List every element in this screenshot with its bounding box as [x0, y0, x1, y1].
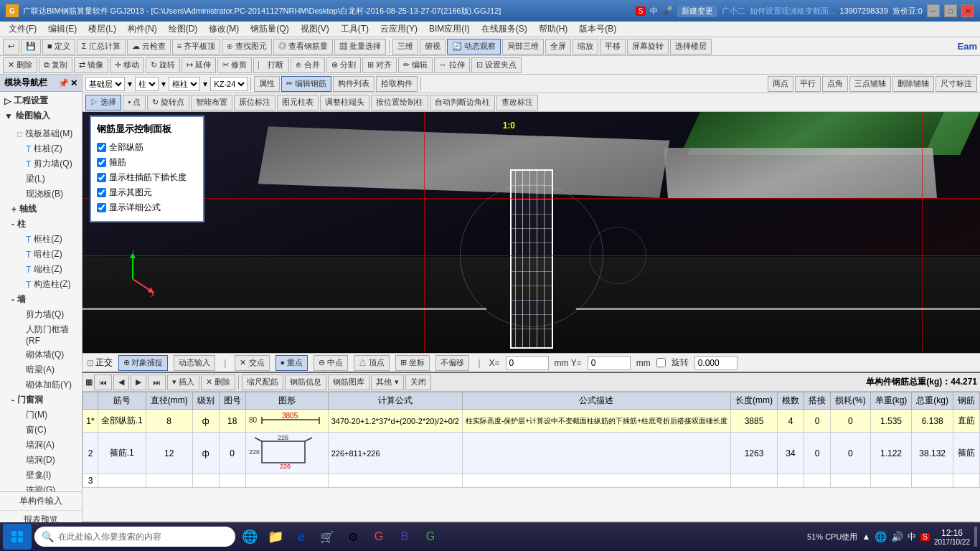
undo-btn[interactable]: ↩	[3, 39, 19, 55]
cell-total-weight3[interactable]	[912, 474, 953, 488]
tray-ime-zh[interactable]: 中	[908, 531, 916, 543]
mirror-btn[interactable]: ⇄ 镜像	[74, 57, 108, 73]
delete-btn[interactable]: ✕ 删除	[3, 57, 37, 73]
cell-fignum3[interactable]	[219, 474, 245, 488]
menu-help[interactable]: 帮助(H)	[533, 22, 574, 37]
prev-btn[interactable]: ◀	[113, 375, 129, 390]
cell-formula[interactable]: 3470-20+1.2*37*d+(200-2*20)/2+0/2	[328, 410, 462, 433]
table-row[interactable]: 1* 全部纵筋.1 8 ф 18 80 3805	[83, 410, 980, 433]
sidebar-item-door[interactable]: 门(M)	[6, 408, 82, 423]
rotate-checkbox[interactable]	[656, 358, 666, 367]
sidebar-item-shearwall[interactable]: T 剪力墙(Q)	[6, 156, 82, 171]
cell-total-weight[interactable]: 6.138	[912, 410, 953, 433]
taskbar-icon-app1[interactable]: ⚙	[341, 525, 364, 548]
local-3d-btn[interactable]: 局部三维	[502, 39, 544, 55]
menu-online[interactable]: 在线服务(S)	[476, 22, 533, 37]
sidebar-group-axis[interactable]: +轴线	[6, 202, 82, 217]
maximize-btn[interactable]: □	[944, 4, 957, 17]
start-button[interactable]	[3, 524, 32, 550]
menu-view[interactable]: 视图(V)	[295, 22, 335, 37]
rebar-checkbox-stirrup[interactable]: 箍筋	[97, 155, 197, 170]
taskbar-icon-edge[interactable]: e	[290, 525, 313, 548]
help-text[interactable]: 如何设置现浇板变截面...	[750, 6, 835, 17]
three-point-aux-btn[interactable]: 三点辅轴	[849, 76, 891, 92]
midpoint-snap-btn[interactable]: ● 重点	[275, 355, 308, 371]
sidebar-item-window[interactable]: 窗(C)	[6, 423, 82, 438]
endpoint-snap-btn[interactable]: △ 顶点	[354, 355, 390, 371]
sidebar-item-masonwall[interactable]: 砌体墙(Q)	[6, 347, 82, 362]
cell-desc2[interactable]	[462, 433, 730, 474]
element-type-select[interactable]: 柱	[135, 77, 159, 91]
cell-unit-weight2[interactable]: 1.122	[870, 433, 912, 474]
cell-length3[interactable]	[731, 474, 778, 488]
view-rebar-btn[interactable]: ◎ 查看钢筋量	[273, 39, 333, 55]
rebar-checkbox-all[interactable]: 全部纵筋	[97, 140, 197, 155]
cloud-check-btn[interactable]: ☁ 云检查	[127, 39, 171, 55]
cell-desc[interactable]: 柱实际高度-保护层+计算设中不变截面柱纵筋的下插筋+柱底弯折后搭接双面锤长度	[462, 410, 730, 433]
rotate-input[interactable]	[694, 356, 738, 370]
taskbar-icon-explorer[interactable]: 📁	[264, 525, 287, 548]
rebar-info-btn[interactable]: 钢筋信息	[285, 375, 326, 390]
menu-modify[interactable]: 修改(M)	[203, 22, 245, 37]
sidebar-item-masonrebar[interactable]: 砌体加筋(Y)	[6, 377, 82, 392]
check-note-btn[interactable]: 查改标注	[496, 95, 538, 110]
rebar-all-checkbox[interactable]	[97, 143, 106, 152]
cell-diameter3[interactable]	[146, 474, 192, 488]
show-desktop-btn[interactable]	[974, 527, 977, 547]
menu-element[interactable]: 构件(N)	[122, 22, 163, 37]
delete-aux-btn[interactable]: 删除辅轴	[892, 76, 934, 92]
tray-speaker[interactable]: 🔊	[891, 531, 903, 542]
cell-diameter2[interactable]: 12	[146, 433, 192, 474]
place-by-pos-btn[interactable]: 按位置绘制柱	[371, 95, 428, 110]
sidebar-group-wall[interactable]: -墙	[6, 292, 82, 307]
cell-overlap3[interactable]	[804, 474, 830, 488]
cell-grade[interactable]: ф	[192, 410, 219, 433]
rebar-checkbox-detail-formula[interactable]: 显示详细公式	[97, 200, 197, 215]
coord-snap-btn[interactable]: ⊞ 坐标	[395, 355, 430, 371]
rebar-checkbox-insert[interactable]: 显示柱插筋下插长度	[97, 170, 197, 185]
sidebar-item-niche[interactable]: 壁龛(I)	[6, 468, 82, 483]
no-offset-btn[interactable]: 不偏移	[435, 355, 469, 371]
batch-select-btn[interactable]: ▦ 批量选择	[334, 39, 386, 55]
snap-btn[interactable]: ⊕ 对象捕捉	[118, 355, 168, 371]
cell-fignum2[interactable]: 0	[219, 433, 245, 474]
rebar-checkbox-show-elem[interactable]: 显示其图元	[97, 185, 197, 200]
cell-count2[interactable]: 34	[777, 433, 804, 474]
taskbar-icon-app4[interactable]: G	[419, 525, 442, 548]
col-table-btn[interactable]: 图元柱表	[277, 95, 319, 110]
table-row[interactable]: 2 箍筋.1 12 ф 0	[83, 433, 980, 474]
cell-length[interactable]: 3885	[731, 410, 778, 433]
menu-rebar[interactable]: 钢筋量(Q)	[245, 22, 294, 37]
cell-diameter[interactable]: 8	[146, 410, 192, 433]
taskbar-icon-store[interactable]: 🛒	[316, 525, 339, 548]
cell-grade3[interactable]	[192, 474, 219, 488]
align-elem-btn[interactable]: ⊞ 对齐	[362, 57, 397, 73]
extend-btn[interactable]: ↦ 延伸	[182, 57, 216, 73]
stretch-btn[interactable]: ↔ 拉伸	[434, 57, 470, 73]
intersection-btn[interactable]: ✕ 交点	[235, 355, 269, 371]
y-input[interactable]	[588, 356, 631, 370]
select-floor-btn[interactable]: 选择楼层	[670, 39, 712, 55]
sidebar-item-structcol[interactable]: T 构造柱(Z)	[6, 277, 82, 292]
cell-name3[interactable]	[98, 474, 146, 488]
menu-edit[interactable]: 编辑(E)	[42, 22, 83, 37]
sidebar-item-wallopening[interactable]: 墙洞(A)	[6, 438, 82, 453]
cell-count3[interactable]	[777, 474, 804, 488]
3d-btn[interactable]: 三维	[392, 39, 418, 55]
top-view-btn[interactable]: 俯视	[420, 39, 446, 55]
element-id-select[interactable]: KZ-24	[210, 77, 248, 91]
rebar-lib-btn[interactable]: 钢筋图库	[328, 375, 369, 390]
cell-count[interactable]: 4	[777, 410, 804, 433]
rotate-place-btn[interactable]: ↻ 旋转点	[147, 95, 189, 110]
menu-floor[interactable]: 楼层(L)	[83, 22, 122, 37]
point-place-btn[interactable]: • 点	[123, 95, 146, 110]
cell-overlap2[interactable]: 0	[804, 433, 830, 474]
cell-overlap[interactable]: 0	[804, 410, 830, 433]
menu-tools[interactable]: 工具(T)	[335, 22, 374, 37]
center-snap-btn[interactable]: ⊖ 中点	[314, 355, 348, 371]
split-btn[interactable]: ⊗ 分割	[326, 57, 361, 73]
insert-row-btn[interactable]: ▾ 插入	[167, 375, 199, 390]
x-input[interactable]	[506, 356, 549, 370]
cell-grade2[interactable]: ф	[192, 433, 219, 474]
sidebar-group-opening[interactable]: -门窗洞	[6, 392, 82, 408]
